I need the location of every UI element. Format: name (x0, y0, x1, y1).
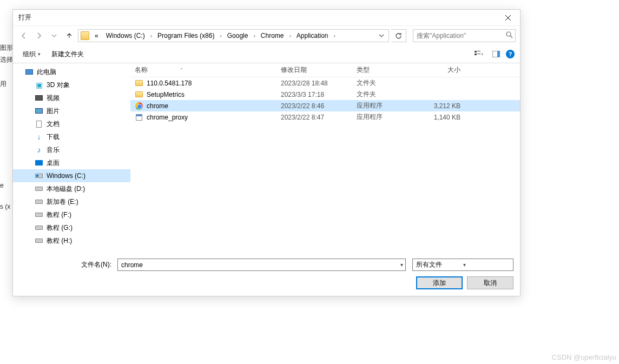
toolbar: 组织▾ 新建文件夹 ? (13, 45, 520, 63)
search-input[interactable] (416, 31, 506, 40)
view-icon (475, 50, 483, 58)
newfolder-button[interactable]: 新建文件夹 (47, 48, 88, 61)
ico-desk-icon (35, 158, 43, 167)
view-button[interactable] (471, 48, 486, 61)
tree-item[interactable]: 教程 (H:) (13, 234, 130, 247)
cancel-button[interactable]: 取消 (467, 276, 513, 289)
file-row[interactable]: chrome_proxy2023/2/22 8:47应用程序1,140 KB (130, 111, 520, 123)
tree-item-label: Windows (C:) (47, 172, 85, 180)
tree-item[interactable]: 文档 (13, 117, 130, 130)
cell-date: 2023/2/22 8:46 (276, 102, 352, 110)
tree-item-label: 图片 (47, 107, 60, 116)
breadcrumb[interactable]: Windows (C:) (103, 30, 148, 42)
ico-pic-icon (35, 107, 43, 115)
search-icon[interactable] (506, 31, 513, 40)
breadcrumb[interactable]: Chrome (258, 30, 287, 42)
tree-item-label: 新加卷 (E:) (47, 197, 78, 207)
tree-item[interactable]: 图片 (13, 104, 130, 117)
fico-exe-icon (135, 113, 143, 122)
close-button[interactable] (496, 10, 520, 26)
filename-combo[interactable]: ▾ (117, 259, 406, 271)
cell-size: 1,140 KB (416, 114, 465, 121)
sort-arrow-icon: ˄ (180, 68, 183, 73)
arrow-left-icon (20, 32, 28, 39)
chevron-right-icon: › (333, 33, 337, 39)
tree-item[interactable]: ↓下载 (13, 130, 130, 143)
chevron-right-icon: › (252, 33, 256, 39)
svg-rect-3 (475, 54, 477, 55)
file-row[interactable]: 110.0.5481.1782023/2/28 18:48文件夹 (130, 77, 520, 89)
ico-drive-icon (35, 223, 43, 232)
chevron-down-icon[interactable]: ▾ (463, 262, 510, 268)
cell-name: SetupMetrics (130, 90, 276, 99)
tree-item-label: 桌面 (47, 158, 60, 168)
file-name: 110.0.5481.178 (147, 80, 192, 87)
filename-row: 文件名(N): ▾ 所有文件 ▾ (19, 259, 513, 271)
ico-video-icon (35, 94, 43, 102)
tree-item-label: 3D 对象 (47, 81, 70, 90)
ico-drive-icon (35, 210, 43, 219)
forward-button[interactable] (32, 29, 45, 42)
chevron-down-icon[interactable]: ▾ (400, 262, 403, 268)
address-bar[interactable]: « Windows (C:)› Program Files (x86)› Goo… (78, 29, 389, 42)
cell-size: 3,212 KB (416, 102, 465, 110)
titlebar: 打开 (13, 10, 520, 26)
open-dialog: 打开 « Windows (C:)› Program Files (x86)› … (12, 9, 521, 296)
nav-tree[interactable]: 此电脑▣3D 对象视频图片文档↓下载♪音乐桌面Windows (C:)本地磁盘 … (13, 63, 130, 253)
dialog-title: 打开 (18, 13, 496, 22)
address-dropdown[interactable] (377, 30, 386, 42)
tree-item[interactable]: 新加卷 (E:) (13, 195, 130, 208)
filename-input[interactable] (120, 261, 400, 269)
chevron-down-icon (379, 33, 384, 38)
tree-item[interactable]: 视频 (13, 91, 130, 104)
file-name: SetupMetrics (147, 91, 185, 98)
file-row[interactable]: SetupMetrics2023/3/3 17:18文件夹 (130, 89, 520, 100)
file-row[interactable]: chrome2023/2/22 8:46应用程序3,212 KB (130, 100, 520, 111)
ico-drive-icon (35, 236, 43, 245)
arrow-up-icon (65, 32, 73, 39)
breadcrumb-prefix[interactable]: « (91, 30, 102, 42)
filter-combo[interactable]: 所有文件 ▾ (412, 259, 513, 271)
tree-item[interactable]: 教程 (F:) (13, 208, 130, 221)
breadcrumb[interactable]: Program Files (x86) (154, 30, 218, 42)
cell-date: 2023/2/28 18:48 (276, 80, 352, 87)
tree-item[interactable]: ▣3D 对象 (13, 78, 130, 91)
cell-date: 2023/3/3 17:18 (276, 91, 352, 98)
recent-dropdown[interactable] (48, 29, 61, 42)
tree-item[interactable]: 桌面 (13, 156, 130, 169)
breadcrumb[interactable]: Google (224, 30, 252, 42)
help-button[interactable]: ? (506, 50, 515, 58)
refresh-icon (395, 32, 402, 39)
ico-win-icon (35, 171, 43, 180)
cell-date: 2023/2/22 8:47 (276, 114, 352, 121)
chevron-right-icon: › (149, 33, 153, 39)
file-list: 名称˄ 修改日期 类型 大小 110.0.5481.1782023/2/28 1… (130, 63, 520, 253)
col-date[interactable]: 修改日期 (276, 65, 352, 75)
organize-button[interactable]: 组织▾ (18, 48, 45, 61)
breadcrumb[interactable]: Application (293, 30, 332, 42)
ok-button[interactable]: 添加 (416, 276, 463, 289)
col-type[interactable]: 类型 (352, 65, 416, 75)
ico-3d-icon: ▣ (35, 81, 43, 89)
file-name: chrome_proxy (147, 114, 188, 121)
tree-item-label: 视频 (47, 94, 60, 103)
tree-item[interactable]: 此电脑 (13, 65, 130, 78)
tree-item-label: 教程 (F:) (47, 210, 71, 220)
column-headers: 名称˄ 修改日期 类型 大小 (130, 63, 520, 77)
refresh-button[interactable] (391, 29, 406, 42)
cell-type: 文件夹 (352, 78, 416, 88)
tree-item[interactable]: 本地磁盘 (D:) (13, 182, 130, 195)
background-text: 图形 选择 用 e s (x (0, 27, 13, 213)
tree-item[interactable]: 教程 (G:) (13, 221, 130, 234)
col-size[interactable]: 大小 (416, 65, 465, 75)
tree-item[interactable]: ♪音乐 (13, 143, 130, 156)
dialog-footer: 文件名(N): ▾ 所有文件 ▾ 添加 取消 (13, 253, 520, 296)
back-button[interactable] (17, 29, 30, 42)
tree-item[interactable]: Windows (C:) (13, 169, 130, 182)
ico-drive-icon (35, 184, 43, 193)
preview-button[interactable] (489, 48, 504, 61)
arrow-right-icon (35, 32, 43, 39)
up-button[interactable] (63, 29, 76, 42)
search-box[interactable] (413, 29, 516, 42)
col-name[interactable]: 名称˄ (130, 65, 276, 75)
